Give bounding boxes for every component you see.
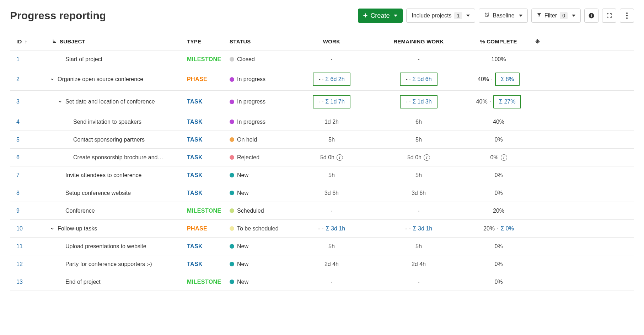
row-id-link[interactable]: 6: [10, 150, 49, 165]
row-id-link[interactable]: 12: [10, 257, 49, 272]
own-value: 5h: [328, 243, 335, 250]
row-id-link[interactable]: 8: [10, 186, 49, 201]
row-id-link[interactable]: 10: [10, 221, 49, 236]
own-value: 3d 6h: [412, 190, 426, 196]
col-complete[interactable]: % COMPLETE: [465, 34, 532, 49]
subject-cell[interactable]: Send invitation to speakers: [49, 115, 184, 129]
complete-cell: 0%: [465, 239, 532, 254]
table-row[interactable]: 6Create sponsorship brochure and…TASKRej…: [10, 149, 634, 166]
status-text: New: [237, 243, 248, 250]
subject-cell[interactable]: Organize open source conference: [49, 72, 184, 87]
status-cell: New: [227, 257, 291, 272]
row-id-link[interactable]: 2: [10, 72, 49, 87]
table-row[interactable]: 2Organize open source conferencePHASEIn …: [10, 68, 634, 91]
col-id[interactable]: ID ↑: [10, 34, 49, 49]
table-row[interactable]: 9ConferenceMILESTONEScheduled--20%: [10, 202, 634, 220]
own-value: 5h: [328, 172, 335, 179]
subject-text: Create sponsorship brochure and…: [73, 154, 163, 161]
baseline-button[interactable]: Baseline: [479, 9, 527, 23]
plus-icon: +: [363, 12, 368, 20]
fullscreen-button[interactable]: [602, 9, 616, 23]
type-cell: TASK: [184, 186, 227, 201]
status-cell: In progress: [227, 72, 291, 87]
table-row[interactable]: 3Set date and location of conferenceTASK…: [10, 91, 634, 113]
filter-button[interactable]: Filter 0: [531, 9, 581, 23]
table-header: ID ↑ SUBJECT TYPE STATUS WORK REMAINING …: [10, 33, 634, 50]
subject-cell[interactable]: Invite attendees to conference: [49, 168, 184, 183]
col-remaining[interactable]: REMAINING WORK: [372, 34, 465, 49]
subject-cell[interactable]: Conference: [49, 203, 184, 218]
complete-cell: 20%: [465, 203, 532, 218]
own-value: 2d 4h: [324, 261, 339, 267]
row-id-link[interactable]: 3: [10, 94, 49, 109]
status-text: Rejected: [237, 154, 259, 161]
row-id-link[interactable]: 4: [10, 115, 49, 129]
table-row[interactable]: 8Setup conference websiteTASKNew3d 6h3d …: [10, 184, 634, 202]
subject-text: Start of project: [65, 56, 102, 63]
info-button[interactable]: [584, 9, 599, 23]
own-value: 5h: [415, 137, 422, 143]
status-dot-icon: [230, 119, 234, 124]
table-row[interactable]: 5Contact sponsoring partnersTASKOn hold5…: [10, 131, 634, 149]
remaining-cell: 2d 4h: [372, 257, 465, 272]
sigma-value: Σ 3d 1h: [326, 225, 345, 232]
info-icon[interactable]: i: [424, 154, 430, 161]
subject-cell[interactable]: Party for conference supporters :-): [49, 257, 184, 272]
subject-text: Organize open source conference: [58, 76, 143, 83]
row-id-link[interactable]: 5: [10, 132, 49, 147]
filter-count: 0: [560, 12, 568, 19]
table-row[interactable]: 4Send invitation to speakersTASKIn progr…: [10, 113, 634, 131]
complete-cell: 100%: [465, 52, 532, 67]
create-label: Create: [370, 12, 390, 20]
subject-cell[interactable]: End of project: [49, 275, 184, 289]
configure-columns-button[interactable]: ✳: [532, 34, 543, 49]
own-value: 0%: [490, 154, 498, 161]
row-id-link[interactable]: 1: [10, 52, 49, 67]
work-cell: 5d 0h i: [291, 150, 372, 165]
type-cell: TASK: [184, 115, 227, 129]
status-dot-icon: [230, 226, 234, 231]
table-row[interactable]: 13End of projectMILESTONENew--0%: [10, 273, 634, 291]
expand-toggle[interactable]: [57, 100, 63, 104]
table-row[interactable]: 12Party for conference supporters :-)TAS…: [10, 255, 634, 273]
remaining-cell: -: [372, 52, 465, 67]
own-value: 5d 0h: [407, 154, 422, 161]
subject-cell[interactable]: Create sponsorship brochure and…: [49, 150, 184, 165]
table-row[interactable]: 7Invite attendees to conferenceTASKNew5h…: [10, 166, 634, 184]
own-value: 1d 2h: [324, 119, 339, 125]
row-id-link[interactable]: 13: [10, 275, 49, 289]
subject-cell[interactable]: Follow-up tasks: [49, 221, 184, 236]
status-text: On hold: [237, 137, 257, 143]
status-dot-icon: [230, 280, 234, 284]
row-id-link[interactable]: 9: [10, 203, 49, 218]
col-type[interactable]: TYPE: [184, 34, 227, 49]
subject-cell[interactable]: Setup conference website: [49, 186, 184, 201]
row-id-link[interactable]: 7: [10, 168, 49, 183]
table-row[interactable]: 10Follow-up tasksPHASETo be scheduled- ·…: [10, 220, 634, 238]
work-cell: - · Σ 1d 7h: [291, 91, 372, 113]
expand-toggle[interactable]: [49, 227, 55, 231]
create-button[interactable]: + Create: [358, 9, 403, 23]
info-icon[interactable]: i: [337, 154, 343, 161]
complete-cell: 40%: [465, 115, 532, 129]
type-cell: MILESTONE: [184, 275, 227, 289]
col-work[interactable]: WORK: [291, 34, 372, 49]
more-menu-button[interactable]: [620, 9, 634, 23]
include-projects-label: Include projects: [412, 12, 451, 19]
subject-text: Conference: [65, 208, 95, 214]
type-cell: TASK: [184, 132, 227, 147]
row-id-link[interactable]: 11: [10, 239, 49, 254]
include-projects-button[interactable]: Include projects 1: [406, 9, 475, 23]
subject-cell[interactable]: Contact sponsoring partners: [49, 132, 184, 147]
expand-toggle[interactable]: [49, 77, 55, 81]
col-status[interactable]: STATUS: [227, 34, 291, 49]
info-icon[interactable]: i: [501, 154, 507, 161]
subject-cell[interactable]: Upload presentations to website: [49, 239, 184, 254]
type-cell: PHASE: [184, 221, 227, 236]
table-row[interactable]: 11Upload presentations to websiteTASKNew…: [10, 238, 634, 255]
subject-cell[interactable]: Set date and location of conference: [49, 94, 184, 109]
col-subject[interactable]: SUBJECT: [49, 34, 184, 49]
status-text: Scheduled: [237, 208, 264, 214]
table-row[interactable]: 1Start of projectMILESTONEClosed--100%: [10, 50, 634, 68]
subject-cell[interactable]: Start of project: [49, 52, 184, 67]
